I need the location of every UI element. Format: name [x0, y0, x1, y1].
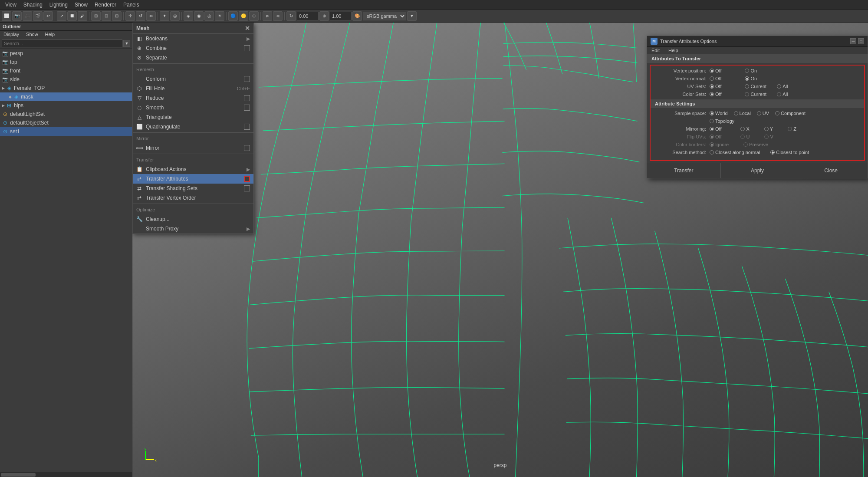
mesh-item-smooth[interactable]: ◌ Smooth [133, 103, 253, 112]
toolbar-btn-2[interactable]: 📷 [12, 11, 22, 21]
mesh-item-transfer-shading[interactable]: ⇄ Transfer Shading Sets [133, 184, 253, 193]
mesh-item-cleanup[interactable]: 🔧 Cleanup... [133, 214, 253, 224]
dialog-minimize-btn[interactable]: ─ [850, 38, 856, 44]
toolbar-value2[interactable] [330, 12, 352, 20]
toolbar-render1[interactable]: 🔵 [228, 11, 238, 21]
vertex-position-off[interactable]: Off [710, 68, 721, 73]
mesh-item-clipboard[interactable]: 📋 Clipboard Actions ▶ [133, 164, 253, 174]
smooth-checkbox[interactable] [244, 105, 250, 111]
menu-view[interactable]: View [2, 1, 20, 9]
toolbar-lasso[interactable]: 🔲 [67, 11, 77, 21]
menu-shading[interactable]: Shading [20, 1, 46, 9]
toolbar-snap2[interactable]: ⊟ [112, 11, 122, 21]
toolbar-btn-3[interactable]: 🎥 [23, 11, 32, 21]
color-sets-current[interactable]: Current [745, 92, 766, 97]
outliner-item-side[interactable]: 📷 side [0, 75, 132, 84]
mirroring-off[interactable]: Off [710, 126, 721, 132]
mesh-item-reduce[interactable]: ▽ Reduce [133, 93, 253, 103]
toolbar-btn-extra[interactable]: ⊕ [319, 11, 329, 21]
toolbar-btn-4[interactable]: 🎬 [33, 11, 43, 21]
toolbar-display4[interactable]: ☀ [215, 11, 224, 21]
mesh-item-mirror[interactable]: ⟺ Mirror [133, 143, 253, 153]
uv-sets-current[interactable]: Current [745, 84, 766, 89]
dialog-maximize-btn[interactable]: □ [858, 38, 864, 44]
search-dropdown-button[interactable]: ▼ [123, 40, 130, 47]
toolbar-anim2[interactable]: ⊲ [273, 11, 283, 21]
outliner-scrollbar[interactable] [0, 472, 132, 477]
toolbar-paint[interactable]: 🖌 [78, 11, 87, 21]
outliner-item-top[interactable]: 📷 top [0, 58, 132, 66]
topology-option[interactable]: Topology [710, 118, 734, 124]
mirroring-x[interactable]: X [740, 126, 749, 132]
outliner-item-persp[interactable]: 📷 persp [0, 49, 132, 58]
conform-checkbox[interactable] [244, 76, 250, 82]
mirror-checkbox[interactable] [244, 145, 250, 151]
close-button[interactable]: Close [794, 163, 868, 178]
dialog-menu-edit[interactable]: Edit [647, 47, 664, 54]
search-closest-point[interactable]: Closest to point [770, 150, 809, 155]
sample-component[interactable]: Component [775, 111, 806, 116]
toolbar-universal[interactable]: ✦ [160, 11, 169, 21]
menu-panels[interactable]: Panels [120, 1, 143, 9]
quadrangulate-checkbox[interactable] [244, 124, 250, 130]
toolbar-display3[interactable]: ◎ [204, 11, 214, 21]
dialog-menu-help[interactable]: Help [664, 47, 683, 54]
vertex-normal-off[interactable]: Off [710, 76, 721, 81]
menu-show[interactable]: Show [71, 1, 91, 9]
mesh-item-transfer-vertex[interactable]: ⇄ Transfer Vertex Order [133, 193, 253, 203]
color-sets-all[interactable]: All [777, 92, 788, 97]
mesh-item-smooth-proxy[interactable]: Smooth Proxy ▶ [133, 224, 253, 234]
sample-local[interactable]: Local [734, 111, 751, 116]
flip-uvs-u[interactable]: U [740, 134, 750, 139]
sample-uv[interactable]: UV [757, 111, 769, 116]
mirroring-z[interactable]: Z [788, 126, 796, 132]
sample-world[interactable]: World [710, 111, 728, 116]
toolbar-grid[interactable]: ⊞ [91, 11, 101, 21]
uv-sets-off[interactable]: Off [710, 84, 721, 89]
uv-sets-all[interactable]: All [777, 84, 788, 89]
color-sets-off[interactable]: Off [710, 92, 721, 97]
toolbar-btn-1[interactable]: ⬜ [2, 11, 11, 21]
toolbar-snap[interactable]: ⊡ [102, 11, 111, 21]
vertex-position-on[interactable]: On [745, 68, 757, 73]
outliner-item-hips[interactable]: ▶ ⊞ hips [0, 101, 132, 110]
menu-lighting[interactable]: Lighting [46, 1, 71, 9]
toolbar-display2[interactable]: ◉ [194, 11, 204, 21]
transfer-attributes-checkbox[interactable] [244, 176, 250, 182]
toolbar-value1[interactable] [297, 12, 319, 20]
mirroring-y[interactable]: Y [764, 126, 773, 132]
mesh-menu-close-btn[interactable]: ✕ [245, 25, 250, 32]
search-input[interactable] [2, 39, 122, 47]
toolbar-rotate[interactable]: ↺ [136, 11, 145, 21]
flip-uvs-v[interactable]: V [764, 134, 773, 139]
toolbar-renderer-select[interactable]: sRGB gamma [363, 12, 406, 20]
outliner-menu-help[interactable]: Help [42, 31, 59, 38]
toolbar-refresh[interactable]: ↻ [286, 11, 296, 21]
vertex-normal-on[interactable]: On [745, 76, 757, 81]
reduce-checkbox[interactable] [244, 95, 250, 101]
outliner-item-female-top[interactable]: ▶ ◈ Female_TOP [0, 84, 132, 92]
mesh-item-quadrangulate[interactable]: ⬜ Quadrangulate [133, 122, 253, 132]
flip-uvs-off[interactable]: Off [710, 134, 721, 139]
toolbar-anim1[interactable]: ⊳ [263, 11, 272, 21]
outliner-item-set1[interactable]: ⊙ set1 [0, 127, 132, 136]
outliner-menu-display[interactable]: Display [0, 31, 23, 38]
outliner-item-mask[interactable]: ◆ ◈ mask [0, 92, 132, 101]
toolbar-renderer-icon[interactable]: 🎨 [352, 11, 362, 21]
scroll-thumb[interactable] [1, 473, 36, 477]
outliner-item-defaultlightset[interactable]: ⊙ defaultLightSet [0, 110, 132, 118]
toolbar-move[interactable]: ✛ [125, 11, 135, 21]
mesh-item-booleans[interactable]: ◧ Booleans ▶ [133, 34, 253, 43]
toolbar-scale[interactable]: ⇔ [146, 11, 156, 21]
outliner-item-defaultobjectset[interactable]: ⊙ defaultObjectSet [0, 118, 132, 127]
mesh-item-triangulate[interactable]: △ Triangulate [133, 112, 253, 122]
mesh-item-separate[interactable]: ⊘ Separate [133, 53, 253, 63]
combine-checkbox[interactable] [244, 45, 250, 51]
toolbar-render2[interactable]: 🟡 [239, 11, 248, 21]
apply-button[interactable]: Apply [721, 163, 795, 178]
color-borders-preserve[interactable]: Preserve [743, 142, 768, 147]
outliner-item-front[interactable]: 📷 front [0, 66, 132, 75]
toolbar-display1[interactable]: ◈ [184, 11, 193, 21]
transfer-shading-checkbox[interactable] [244, 185, 250, 191]
menu-renderer[interactable]: Renderer [91, 1, 120, 9]
